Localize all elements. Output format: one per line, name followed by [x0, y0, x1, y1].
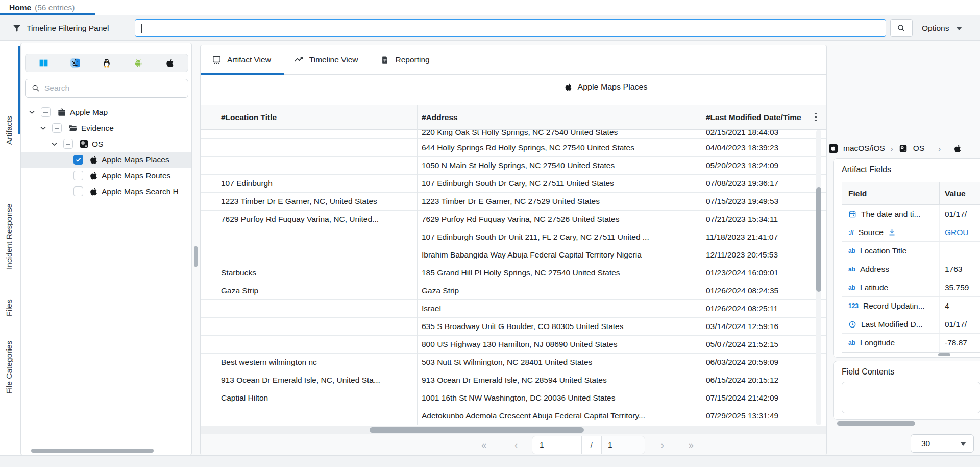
clock-icon: [848, 320, 856, 329]
artifact-field-row[interactable]: :// Source GROU: [842, 223, 980, 242]
table-row[interactable]: 913 Ocean Dr Emerald Isle, NC, United St…: [201, 371, 826, 389]
artifact-field-row[interactable]: ab Address 1763: [842, 260, 980, 278]
tree-item-apple-maps-search-history[interactable]: Apple Maps Search H: [21, 183, 191, 199]
checkbox-indeterminate[interactable]: [41, 107, 51, 117]
view-tab-bar: Artifact View Timeline View Reporting: [201, 45, 826, 75]
table-row[interactable]: 107 Edinburgh South Dr Unit 211, FL 2 Ca…: [201, 228, 826, 246]
column-header-last-modified[interactable]: #Last Modified Date/Time: [701, 113, 809, 122]
first-page-button[interactable]: «: [476, 434, 492, 455]
artifact-field-row[interactable]: ab Location Title: [842, 242, 980, 260]
download-icon[interactable]: [888, 228, 896, 236]
breadcrumb-item-os[interactable]: OS: [913, 144, 924, 153]
table-row[interactable]: Best western wilmington nc 503 Nutt St W…: [201, 354, 826, 371]
table-row[interactable]: 220 King Oak St Holly Springs, NC 27540 …: [201, 130, 826, 139]
cell-address: Adetokunbo Ademola Crescent Abuja Federa…: [417, 411, 701, 421]
table-row[interactable]: 1050 N Main St Holly Springs, NC 27540 U…: [201, 157, 826, 175]
column-header-address[interactable]: #Address: [417, 113, 701, 122]
previous-page-button[interactable]: ‹: [508, 434, 524, 455]
tab-home[interactable]: Home (56 entries): [9, 3, 75, 12]
artifact-fields-table: Field Value The date and ti... 01/17/ :/…: [842, 182, 980, 353]
table-row[interactable]: 644 Holly Springs Rd Holly Springs, NC 2…: [201, 139, 826, 157]
tree-item-os[interactable]: OS: [21, 136, 191, 152]
timeline-filter-input[interactable]: [135, 19, 886, 37]
artifact-field-row[interactable]: ab Latitude 35.759: [842, 278, 980, 297]
timeline-filter-bar: Timeline Filtering Panel Options: [0, 15, 980, 41]
options-label: Options: [922, 24, 949, 33]
cell-address: 1001 16th St NW Washington, DC 20036 Uni…: [417, 393, 701, 403]
sidetab-file-categories[interactable]: File Categories: [2, 326, 17, 409]
apple-icon: [89, 186, 99, 196]
tab-reporting[interactable]: Reporting: [369, 45, 440, 74]
breadcrumb-item-macos-ios[interactable]: macOS/iOS: [843, 144, 885, 153]
sidetab-files[interactable]: Files: [2, 294, 17, 322]
table-row[interactable]: Ibrahim Babangida Way Abuja Federal Capi…: [201, 246, 826, 264]
macos-finder-icon[interactable]: [69, 57, 81, 68]
artifact-fields-header: Field Value: [842, 182, 980, 205]
table-row[interactable]: Starbucks 185 Grand Hill Pl Holly Spring…: [201, 264, 826, 282]
android-icon[interactable]: [133, 57, 144, 68]
current-page-input[interactable]: [532, 436, 581, 454]
checkbox-unchecked[interactable]: [74, 186, 83, 196]
tree-item-apple-maps-places[interactable]: Apple Maps Places: [21, 152, 191, 168]
table-row[interactable]: 7629 Purfoy Rd Fuquay Varina, NC, United…: [201, 211, 826, 228]
horizontal-scrollbar-thumb[interactable]: [31, 449, 154, 453]
table-row[interactable]: 1223 Timber Dr E Garner, NC, United Stat…: [201, 193, 826, 211]
tab-timeline-view[interactable]: Timeline View: [282, 45, 370, 74]
horizontal-scrollbar-thumb[interactable]: [837, 421, 915, 426]
table-row[interactable]: Gaza Strip Gaza Strip 01/26/2024 08:24:3…: [201, 282, 826, 300]
vertical-scrollbar-thumb[interactable]: [816, 187, 821, 292]
artifact-search-input[interactable]: [44, 84, 172, 93]
cell-location: 107 Edinburgh: [201, 179, 417, 188]
cell-modified: 07/21/2023 15:34:11: [701, 215, 809, 224]
page-size-select[interactable]: 30: [911, 434, 974, 453]
field-contents-textarea[interactable]: [842, 382, 980, 413]
next-page-button[interactable]: ›: [655, 434, 670, 455]
cell-address: 185 Grand Hill Pl Holly Springs, NC 2754…: [417, 268, 701, 277]
table-row[interactable]: Captial Hilton 1001 16th St NW Washingto…: [201, 389, 826, 407]
text-type-icon: ab: [848, 284, 855, 291]
field-name: Location Title: [860, 246, 906, 255]
chevron-down-icon[interactable]: [51, 140, 58, 148]
table-row[interactable]: 107 Edinburgh 107 Edinburgh South Dr Car…: [201, 175, 826, 193]
checkbox-checked[interactable]: [74, 155, 83, 165]
tree-item-apple-maps-routes[interactable]: Apple Maps Routes: [21, 168, 191, 183]
cell-address: 644 Holly Springs Rd Holly Springs, NC 2…: [417, 143, 701, 152]
tree-item-evidence[interactable]: Evidence: [21, 120, 191, 136]
active-view-tab-underline: [201, 73, 284, 75]
apple-icon[interactable]: [164, 57, 176, 68]
tree-item-apple-map[interactable]: Apple Map: [21, 104, 191, 120]
cell-modified: 06/15/2024 20:15:12: [701, 376, 809, 385]
artifact-field-row[interactable]: Last Modified D... 01/17/: [842, 315, 980, 334]
windows-icon[interactable]: [38, 57, 49, 68]
options-button[interactable]: Options: [918, 19, 966, 37]
last-page-button[interactable]: »: [683, 434, 699, 455]
checkbox-unchecked[interactable]: [74, 171, 83, 180]
artifact-field-row[interactable]: The date and ti... 01/17/: [842, 205, 980, 223]
artifact-field-row[interactable]: 123 Record Updatin... 4: [842, 297, 980, 315]
sidetab-artifacts[interactable]: Artifacts: [2, 97, 17, 164]
table-row[interactable]: 800 US Highway 130 Hamilton, NJ 08690 Un…: [201, 336, 826, 354]
horizontal-scrollbar-thumb[interactable]: [370, 427, 584, 433]
sidetab-incident-response[interactable]: Incident Response: [2, 189, 17, 284]
table-row[interactable]: Israel 01/26/2024 08:25:11: [201, 300, 826, 318]
apple-icon: [89, 171, 99, 180]
column-menu-icon[interactable]: [812, 111, 819, 123]
chevron-down-icon[interactable]: [28, 108, 36, 116]
linux-icon[interactable]: [101, 57, 112, 68]
table-row[interactable]: 635 S Broadway Unit G Boulder, CO 80305 …: [201, 318, 826, 336]
checkbox-indeterminate[interactable]: [52, 123, 62, 133]
column-header-location-title[interactable]: #Location Title: [201, 113, 417, 122]
field-name: Last Modified D...: [861, 320, 923, 329]
table-row[interactable]: Adetokunbo Ademola Crescent Abuja Federa…: [201, 407, 826, 425]
chevron-down-icon[interactable]: [39, 124, 47, 132]
source-link[interactable]: GROU: [945, 228, 969, 237]
tab-artifact-view[interactable]: Artifact View: [201, 45, 282, 74]
artifact-field-row[interactable]: ab Longitude -78.87: [842, 334, 980, 352]
panel-resize-handle-left[interactable]: [194, 246, 198, 267]
checkbox-indeterminate[interactable]: [63, 139, 73, 149]
timeline-view-icon: [293, 55, 304, 65]
text-type-icon: ab: [848, 247, 855, 254]
search-button[interactable]: [890, 19, 913, 37]
cell-modified: 01/26/2024 08:25:11: [701, 304, 809, 313]
horizontal-scrollbar-thumb[interactable]: [938, 353, 950, 356]
